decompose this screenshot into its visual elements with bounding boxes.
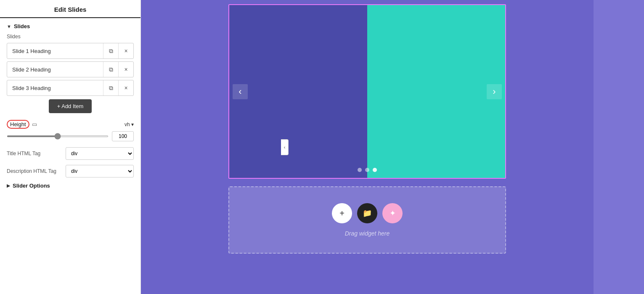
- slide-2-copy-button[interactable]: ⧉: [103, 62, 118, 77]
- panel-header: Edit Slides: [0, 0, 140, 18]
- drag-widget-icons: + 📁 ✦: [332, 203, 403, 223]
- panel-title: Edit Slides: [54, 6, 87, 13]
- slide-2-item: Slide 2 Heading ⧉ ×: [7, 61, 134, 77]
- slider-options-header[interactable]: ▶ Slider Options: [7, 183, 134, 189]
- sparkle-icon: ✦: [390, 209, 396, 218]
- folder-widget-button[interactable]: 📁: [357, 203, 377, 223]
- height-label: Height: [7, 120, 29, 129]
- description-html-tag-select[interactable]: div h1 h2 h3 span p: [66, 165, 134, 177]
- slide-3-text: Slide 3 Heading: [7, 81, 103, 95]
- left-panel: Edit Slides ▼ Slides Slides Slide 1 Head…: [0, 0, 141, 294]
- slider-prev-button[interactable]: ‹: [233, 84, 248, 99]
- dot-1[interactable]: [358, 168, 362, 172]
- sparkle-widget-button[interactable]: ✦: [382, 203, 403, 223]
- slide-1-copy-button[interactable]: ⧉: [103, 43, 118, 58]
- description-html-tag-label: Description HTML Tag: [7, 168, 66, 174]
- height-value-input[interactable]: [112, 131, 134, 141]
- height-row: Height ▭ vh ▾: [7, 120, 134, 129]
- slider-widget: ‹ ›: [228, 4, 506, 179]
- monitor-icon: ▭: [32, 121, 37, 127]
- slides-section-header[interactable]: ▼ Slides: [7, 23, 134, 29]
- slider-options-chevron-icon: ▶: [7, 183, 10, 188]
- slider-options-title: Slider Options: [13, 183, 50, 189]
- panel-body: ▼ Slides Slides Slide 1 Heading ⧉ × Slid…: [0, 18, 140, 294]
- add-item-button[interactable]: + Add Item: [49, 99, 92, 113]
- description-html-tag-row: Description HTML Tag div h1 h2 h3 span p: [7, 165, 134, 177]
- slide-2-close-button[interactable]: ×: [118, 62, 133, 77]
- slide-panel-1: [229, 5, 367, 178]
- slide-1-close-button[interactable]: ×: [118, 43, 133, 58]
- folder-icon: 📁: [363, 209, 372, 218]
- slide-3-item: Slide 3 Heading ⧉ ×: [7, 80, 134, 96]
- dot-2[interactable]: [365, 168, 369, 172]
- title-html-tag-row: Title HTML Tag div h1 h2 h3 span p: [7, 147, 134, 160]
- slide-1-item: Slide 1 Heading ⧉ ×: [7, 43, 134, 59]
- slide-2-text: Slide 2 Heading: [7, 62, 103, 77]
- right-area: [594, 0, 644, 294]
- add-widget-button[interactable]: +: [332, 203, 352, 223]
- dot-3[interactable]: [373, 168, 377, 172]
- slide-3-close-button[interactable]: ×: [118, 80, 133, 95]
- slider-dots: [358, 168, 377, 172]
- slide-1-text: Slide 1 Heading: [7, 44, 103, 58]
- height-label-container: Height ▭: [7, 120, 37, 129]
- height-unit-select[interactable]: vh ▾: [125, 122, 134, 127]
- plus-icon: +: [339, 209, 345, 218]
- slide-3-copy-button[interactable]: ⧉: [103, 80, 118, 95]
- height-slider[interactable]: [7, 135, 109, 137]
- height-slider-row: [7, 131, 134, 141]
- slider-prev-icon: ‹: [239, 86, 241, 97]
- slider-next-icon: ›: [493, 86, 496, 97]
- collapse-icon: ‹: [284, 145, 286, 150]
- title-html-tag-label: Title HTML Tag: [7, 151, 66, 156]
- slides-section-title: Slides: [14, 23, 30, 29]
- slides-sub-label: Slides: [7, 34, 134, 40]
- drag-widget-area: + 📁 ✦ Drag widget here: [228, 186, 506, 254]
- title-html-tag-select[interactable]: div h1 h2 h3 span p: [66, 147, 134, 160]
- drag-widget-text: Drag widget here: [345, 230, 390, 237]
- collapse-tab[interactable]: ‹: [281, 139, 289, 155]
- slides-chevron-icon: ▼: [7, 24, 11, 29]
- slider-next-button[interactable]: ›: [487, 84, 502, 99]
- slider-slides: [229, 5, 505, 178]
- main-area: ‹ › + 📁 ✦ Drag widget here: [141, 0, 594, 294]
- slide-panel-2: [367, 5, 505, 178]
